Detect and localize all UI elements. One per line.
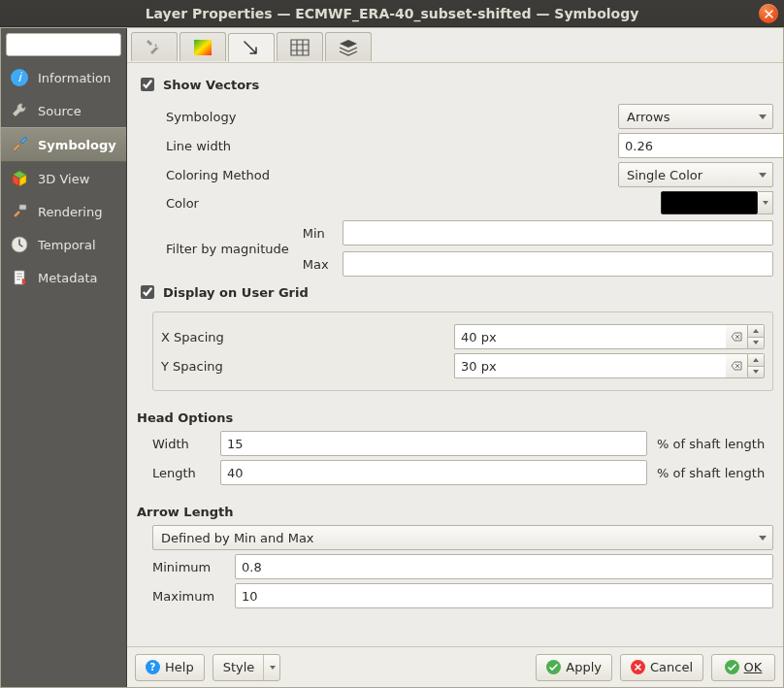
brush-icon — [9, 134, 30, 155]
note-icon — [9, 267, 30, 288]
clear-icon — [731, 361, 742, 371]
filter-max-label: Max — [303, 257, 329, 272]
clear-button[interactable] — [726, 353, 747, 378]
chevron-up-icon — [753, 329, 759, 333]
button-label: Apply — [566, 660, 602, 674]
sidebar-item-3d-view[interactable]: 3D View — [1, 162, 126, 195]
spin-down[interactable] — [748, 338, 764, 349]
chevron-down-icon — [763, 201, 768, 205]
sidebar-item-rendering[interactable]: Rendering — [1, 195, 126, 228]
sidebar-item-metadata[interactable]: Metadata — [1, 261, 126, 294]
cube-icon — [9, 168, 30, 189]
help-icon: ? — [146, 660, 160, 674]
clock-icon — [9, 234, 30, 255]
sidebar-item-label: Temporal — [38, 238, 96, 252]
apply-button[interactable]: Apply — [536, 654, 612, 681]
arrow-min-input[interactable] — [235, 554, 773, 579]
line-width-input[interactable] — [618, 133, 783, 158]
stack-icon — [338, 39, 359, 56]
x-spacing-label: X Spacing — [161, 330, 248, 344]
sidebar-item-source[interactable]: Source — [1, 94, 126, 127]
sidebar-item-symbology[interactable]: Symbology — [1, 127, 126, 162]
sidebar: i Information Source Symbology — [1, 28, 127, 687]
sidebar-item-information[interactable]: i Information — [1, 61, 126, 94]
close-button[interactable] — [759, 4, 778, 23]
hammer-wrench-icon — [144, 38, 165, 57]
check-icon — [725, 660, 739, 674]
symbology-label: Symbology — [166, 110, 302, 124]
show-vectors-checkbox[interactable]: Show Vectors — [137, 75, 773, 94]
clear-icon — [731, 332, 742, 342]
arrow-max-input[interactable] — [235, 583, 773, 608]
tab-general[interactable] — [131, 32, 178, 61]
symbology-tab-bar — [127, 28, 783, 63]
x-spacing-input[interactable] — [454, 324, 726, 349]
button-label: Cancel — [650, 660, 693, 674]
dialog-button-bar: ? Help Style Apply — [127, 646, 783, 687]
grid-icon — [290, 39, 310, 56]
arrow-min-label: Minimum — [152, 560, 225, 574]
sidebar-search[interactable] — [6, 33, 121, 56]
button-label: Style — [223, 660, 255, 674]
svg-rect-5 — [194, 40, 212, 55]
line-width-label: Line width — [166, 139, 302, 153]
wrench-icon — [9, 100, 30, 121]
color-dropdown[interactable] — [758, 191, 773, 214]
button-label: Help — [165, 660, 194, 674]
sidebar-item-label: Rendering — [38, 205, 102, 219]
spin-down[interactable] — [748, 367, 764, 378]
spin-up[interactable] — [748, 354, 764, 367]
sidebar-item-temporal[interactable]: Temporal — [1, 228, 126, 261]
cancel-button[interactable]: Cancel — [620, 654, 703, 681]
display-user-grid-checkbox[interactable]: Display on User Grid — [137, 282, 773, 302]
sidebar-item-label: Metadata — [38, 271, 98, 285]
tab-mesh[interactable] — [277, 32, 323, 61]
show-vectors-input[interactable] — [141, 78, 154, 91]
coloring-method-label: Coloring Method — [166, 168, 302, 182]
symbology-combo[interactable]: Arrows — [618, 104, 773, 129]
style-button[interactable]: Style — [212, 654, 281, 681]
filter-max-input[interactable] — [343, 251, 773, 277]
help-button[interactable]: ? Help — [135, 654, 205, 681]
head-width-unit: % of shaft length — [657, 437, 773, 451]
color-swatch[interactable] — [661, 191, 758, 214]
y-spacing-label: Y Spacing — [161, 359, 248, 374]
arrow-length-mode-combo[interactable]: Defined by Min and Max — [152, 525, 773, 550]
check-icon — [546, 660, 561, 674]
spin-up[interactable] — [748, 325, 764, 338]
head-width-input[interactable] — [220, 431, 647, 456]
vectors-form: Show Vectors Symbology Arrows Line width — [127, 63, 783, 646]
chevron-down-icon — [270, 666, 276, 670]
y-spacing-input[interactable] — [454, 353, 726, 378]
chevron-up-icon — [753, 358, 759, 362]
head-width-label: Width — [152, 437, 211, 451]
tab-averaging[interactable] — [325, 32, 372, 61]
display-user-grid-label: Display on User Grid — [163, 285, 309, 300]
paintbrush-icon — [9, 201, 30, 222]
svg-rect-3 — [19, 205, 26, 210]
x-icon — [765, 10, 773, 18]
head-length-unit: % of shaft length — [657, 466, 773, 480]
ok-button[interactable]: OK — [711, 654, 775, 681]
display-user-grid-input[interactable] — [141, 285, 154, 299]
button-label: OK — [744, 660, 763, 674]
x-icon — [631, 660, 645, 674]
window-titlebar: Layer Properties — ECMWF_ERA-40_subset-s… — [0, 0, 784, 27]
filter-by-magnitude-label: Filter by magnitude — [166, 242, 289, 256]
tab-vectors[interactable] — [228, 33, 275, 62]
head-options-title: Head Options — [137, 405, 773, 425]
head-length-input[interactable] — [220, 460, 647, 485]
filter-min-input[interactable] — [343, 220, 773, 246]
filter-min-label: Min — [303, 226, 329, 241]
clear-button[interactable] — [726, 324, 747, 349]
window-title: Layer Properties — ECMWF_ERA-40_subset-s… — [146, 6, 639, 21]
combo-value: Defined by Min and Max — [161, 531, 314, 545]
arrow-length-title: Arrow Length — [137, 499, 773, 519]
show-vectors-label: Show Vectors — [163, 78, 259, 92]
coloring-method-combo[interactable]: Single Color — [618, 162, 773, 187]
tab-contours[interactable] — [180, 32, 226, 61]
information-icon: i — [9, 67, 30, 88]
chevron-down-icon — [753, 370, 759, 374]
sidebar-item-label: Source — [38, 104, 82, 118]
sidebar-item-label: Information — [38, 71, 111, 85]
